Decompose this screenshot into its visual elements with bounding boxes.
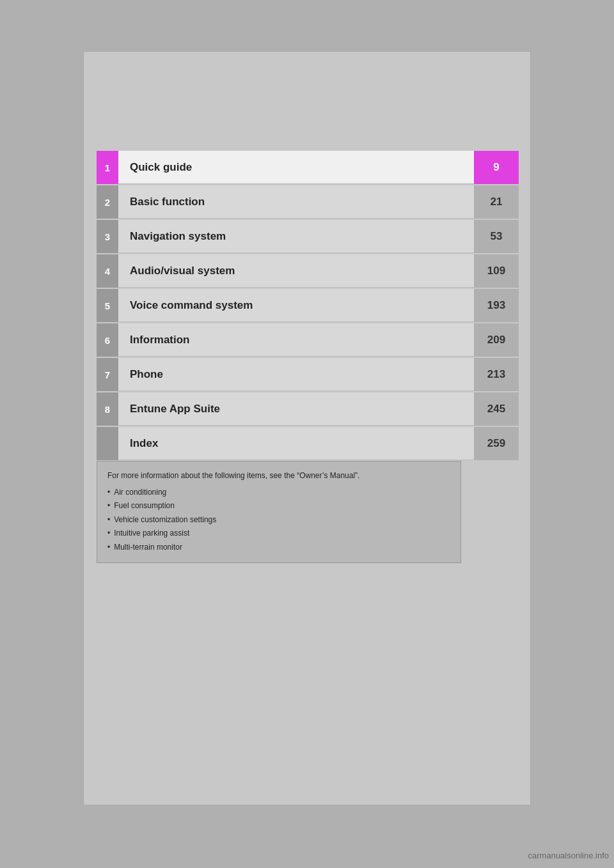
toc-page-number: 9 (474, 151, 519, 184)
toc-page-number: 193 (474, 289, 519, 322)
bullet-icon: • (107, 499, 110, 513)
toc-number: 2 (97, 185, 118, 219)
info-bullet-item: •Intuitive parking assist (107, 527, 450, 541)
info-box: For more information about the following… (97, 461, 461, 563)
toc-row[interactable]: 8Entune App Suite245 (97, 392, 519, 426)
toc-container: 1Quick guide92Basic function213Navigatio… (97, 151, 519, 461)
toc-row[interactable]: 1Quick guide9 (97, 151, 519, 184)
bullet-text: Multi-terrain monitor (114, 541, 182, 555)
toc-number: 5 (97, 289, 118, 322)
toc-number: 6 (97, 323, 118, 357)
toc-page-number: 209 (474, 323, 519, 357)
toc-number: 7 (97, 358, 118, 391)
watermark: carmanualsonline.info (528, 851, 609, 860)
toc-page-number: 109 (474, 254, 519, 288)
toc-page-number: 213 (474, 358, 519, 391)
info-bullet-item: •Fuel consumption (107, 499, 450, 513)
toc-number: 1 (97, 151, 118, 184)
toc-number (97, 427, 118, 460)
bullet-text: Air conditioning (114, 486, 166, 500)
bullet-icon: • (107, 513, 110, 527)
toc-number: 4 (97, 254, 118, 288)
toc-row[interactable]: 2Basic function21 (97, 185, 519, 219)
toc-title: Phone (118, 358, 474, 391)
toc-row[interactable]: 4Audio/visual system109 (97, 254, 519, 288)
page: 1Quick guide92Basic function213Navigatio… (83, 51, 531, 805)
toc-row[interactable]: 5Voice command system193 (97, 289, 519, 322)
bullet-icon: • (107, 486, 110, 500)
toc-title: Voice command system (118, 289, 474, 322)
toc-title: Information (118, 323, 474, 357)
info-bullet-item: •Air conditioning (107, 486, 450, 500)
info-bullet-item: •Vehicle customization settings (107, 513, 450, 527)
bullet-text: Intuitive parking assist (114, 527, 189, 541)
bullet-text: Fuel consumption (114, 499, 175, 513)
toc-page-number: 245 (474, 392, 519, 426)
toc-row[interactable]: 6Information209 (97, 323, 519, 357)
toc-page-number: 53 (474, 220, 519, 253)
toc-row[interactable]: 7Phone213 (97, 358, 519, 391)
toc-row[interactable]: Index259 (97, 427, 519, 460)
toc-title: Index (118, 427, 474, 460)
toc-title: Navigation system (118, 220, 474, 253)
toc-title: Basic function (118, 185, 474, 219)
toc-title: Entune App Suite (118, 392, 474, 426)
toc-page-number: 21 (474, 185, 519, 219)
bullet-text: Vehicle customization settings (114, 513, 216, 527)
toc-number: 8 (97, 392, 118, 426)
toc-title: Audio/visual system (118, 254, 474, 288)
bullet-icon: • (107, 527, 110, 541)
bullet-icon: • (107, 541, 110, 555)
info-header: For more information about the following… (107, 469, 450, 483)
toc-title: Quick guide (118, 151, 474, 184)
info-bullet-item: •Multi-terrain monitor (107, 541, 450, 555)
toc-page-number: 259 (474, 427, 519, 460)
toc-number: 3 (97, 220, 118, 253)
toc-row[interactable]: 3Navigation system53 (97, 220, 519, 253)
